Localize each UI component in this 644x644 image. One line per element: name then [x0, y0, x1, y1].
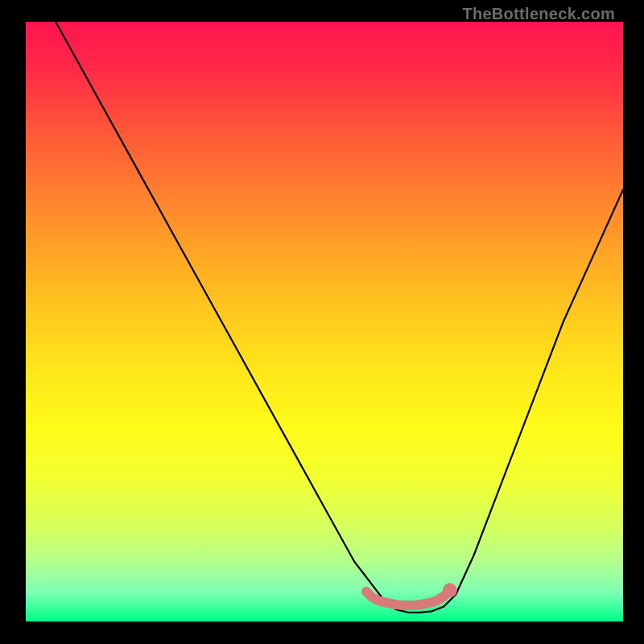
- plot-area: [26, 22, 623, 621]
- curve-layer: [26, 22, 623, 621]
- valley-dot: [443, 583, 457, 597]
- attribution-label: TheBottleneck.com: [462, 5, 615, 23]
- chart-frame: TheBottleneck.com: [0, 0, 644, 644]
- bottleneck-curve: [56, 22, 623, 613]
